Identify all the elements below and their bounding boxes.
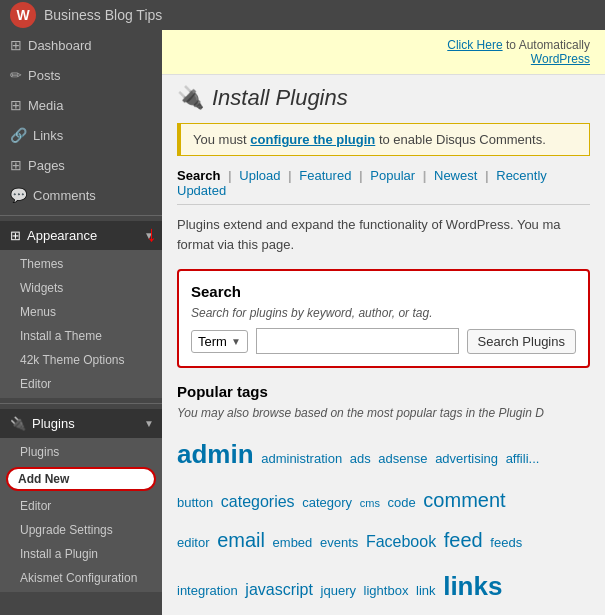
comments-icon: 💬 (10, 187, 27, 203)
tag-jquery[interactable]: jquery (321, 583, 356, 598)
submenu-themes[interactable]: Themes (0, 252, 162, 276)
term-label: Term (198, 334, 227, 349)
submenu-plugin-editor[interactable]: Editor (0, 494, 162, 518)
tag-feeds[interactable]: feeds (490, 535, 522, 550)
plugins-icon: 🔌 (10, 416, 26, 431)
tag-categories[interactable]: categories (221, 493, 295, 510)
tag-cms[interactable]: cms (360, 497, 380, 509)
appearance-submenu: Themes Widgets Menus Install a Theme 42k… (0, 250, 162, 398)
page-title-row: 🔌 Install Plugins (177, 85, 590, 111)
main-content: Click Here to Automatically WordPress 🔌 … (162, 30, 605, 615)
install-plugins-icon: 🔌 (177, 85, 204, 111)
search-row: Term ▼ Search Plugins (191, 328, 576, 354)
pages-icon: ⊞ (10, 157, 22, 173)
dashboard-icon: ⊞ (10, 37, 22, 53)
submenu-widgets[interactable]: Widgets (0, 276, 162, 300)
submenu-akismet[interactable]: Akismet Configuration (0, 566, 162, 590)
submenu-install-plugin[interactable]: Install a Plugin (0, 542, 162, 566)
desc-text: Plugins extend and expand the functional… (177, 215, 590, 254)
tag-integration[interactable]: integration (177, 583, 238, 598)
tag-embed[interactable]: embed (273, 535, 313, 550)
wp-logo: W (10, 2, 36, 28)
subnav-upload[interactable]: Upload (239, 168, 280, 183)
plugins-submenu: Plugins Add New Editor Upgrade Settings … (0, 438, 162, 592)
sidebar-item-media[interactable]: ⊞ Media (0, 90, 162, 120)
search-box: Search Search for plugins by keyword, au… (177, 269, 590, 368)
sidebar-item-pages[interactable]: ⊞ Pages (0, 150, 162, 180)
subnav-popular[interactable]: Popular (370, 168, 415, 183)
sidebar-item-dashboard[interactable]: ⊞ Dashboard (0, 30, 162, 60)
posts-icon: ✏ (10, 67, 22, 83)
submenu-42k-options[interactable]: 42k Theme Options (0, 348, 162, 372)
subnav-search[interactable]: Search (177, 168, 220, 183)
tag-javascript[interactable]: javascript (245, 581, 313, 598)
appearance-icon: ⊞ (10, 228, 21, 243)
tag-code[interactable]: code (388, 495, 416, 510)
page-title: Install Plugins (212, 85, 348, 111)
configure-plugin-link[interactable]: configure the plugin (250, 132, 375, 147)
tag-ads[interactable]: ads (350, 451, 371, 466)
search-box-title: Search (191, 283, 576, 300)
tag-link[interactable]: link (416, 583, 436, 598)
sidebar: ⊞ Dashboard ✏ Posts ⊞ Media 🔗 Links ⊞ Pa… (0, 30, 162, 615)
links-icon: 🔗 (10, 127, 27, 143)
submenu-install-theme[interactable]: Install a Theme (0, 324, 162, 348)
tag-editor[interactable]: editor (177, 535, 210, 550)
sidebar-appearance-header[interactable]: ⊞ Appearance ▼ (0, 221, 162, 250)
appearance-arrow: ▼ (144, 230, 154, 241)
tag-lightbox[interactable]: lightbox (364, 583, 409, 598)
top-banner: Click Here to Automatically WordPress (162, 30, 605, 75)
submenu-menus[interactable]: Menus (0, 300, 162, 324)
popular-tags-subtitle: You may also browse based on the most po… (177, 406, 590, 420)
subnav: Search | Upload | Featured | Popular | N… (177, 168, 590, 205)
wordpress-link[interactable]: WordPress (531, 52, 590, 66)
tag-admin[interactable]: admin (177, 439, 254, 469)
tag-feed[interactable]: feed (444, 529, 483, 551)
popular-tags-section: Popular tags You may also browse based o… (177, 383, 590, 612)
tag-comment[interactable]: comment (423, 489, 505, 511)
admin-bar: W Business Blog Tips (0, 0, 605, 30)
submenu-plugins[interactable]: Plugins (0, 440, 162, 464)
tag-email[interactable]: email (217, 529, 265, 551)
click-here-link[interactable]: Click Here (447, 38, 502, 52)
tag-category[interactable]: category (302, 495, 352, 510)
chevron-down-icon: ▼ (231, 336, 241, 347)
media-icon: ⊞ (10, 97, 22, 113)
submenu-upgrade-settings[interactable]: Upgrade Settings (0, 518, 162, 542)
tag-affili[interactable]: affili... (506, 451, 540, 466)
search-plugins-button[interactable]: Search Plugins (467, 329, 576, 354)
sidebar-plugins-header[interactable]: 🔌 Plugins ▼ (0, 409, 162, 438)
term-select[interactable]: Term ▼ (191, 330, 248, 353)
tag-advertising[interactable]: advertising (435, 451, 498, 466)
sidebar-item-posts[interactable]: ✏ Posts (0, 60, 162, 90)
subnav-newest[interactable]: Newest (434, 168, 477, 183)
submenu-editor[interactable]: Editor (0, 372, 162, 396)
tag-links[interactable]: links (443, 571, 502, 601)
sidebar-item-links[interactable]: 🔗 Links (0, 120, 162, 150)
plugins-arrow: ▼ (144, 418, 154, 429)
popular-tags-title: Popular tags (177, 383, 590, 400)
tag-facebook[interactable]: Facebook (366, 533, 436, 550)
sidebar-item-comments[interactable]: 💬 Comments (0, 180, 162, 210)
site-title: Business Blog Tips (44, 7, 162, 23)
tag-events[interactable]: events (320, 535, 358, 550)
notice-box: You must configure the plugin to enable … (177, 123, 590, 156)
subnav-featured[interactable]: Featured (299, 168, 351, 183)
search-input[interactable] (256, 328, 459, 354)
tag-administration[interactable]: administration (261, 451, 342, 466)
tags-cloud: admin administration ads adsense adverti… (177, 428, 590, 612)
tag-button[interactable]: button (177, 495, 213, 510)
tag-adsense[interactable]: adsense (378, 451, 427, 466)
submenu-add-new[interactable]: Add New (6, 467, 156, 491)
search-box-subtitle: Search for plugins by keyword, author, o… (191, 306, 576, 320)
